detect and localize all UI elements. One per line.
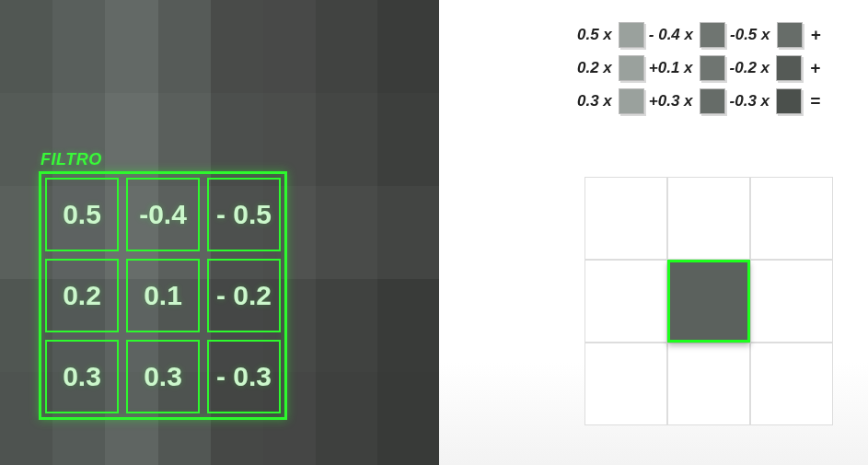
- kernel-cell: - 0.3: [207, 340, 281, 413]
- output-feature-grid: [584, 177, 833, 425]
- output-cell: [667, 343, 750, 425]
- coefficient: 0.5 x: [575, 26, 616, 44]
- coefficient: -0.3 x: [728, 92, 773, 110]
- row-terminator: +: [805, 25, 821, 45]
- kernel-cell: 0.3: [45, 340, 119, 413]
- source-image-panel: FILTRO 0.5 -0.4 - 0.5 0.2 0.1 - 0.2 0.3 …: [0, 0, 439, 465]
- kernel-cell: 0.3: [126, 340, 200, 413]
- equation-row: 0.5 x - 0.4 x -0.5 x +: [575, 22, 821, 48]
- coefficient: +0.1 x: [647, 59, 697, 77]
- filter-kernel-grid: 0.5 -0.4 - 0.5 0.2 0.1 - 0.2 0.3 0.3 - 0…: [39, 171, 287, 420]
- pixel-swatch: [619, 55, 644, 81]
- output-cell: [750, 177, 833, 260]
- pixel-swatch: [700, 88, 725, 114]
- coefficient: -0.5 x: [728, 26, 773, 44]
- pixel-swatch: [619, 22, 644, 48]
- pixel-swatch: [700, 22, 725, 48]
- kernel-cell: - 0.5: [207, 178, 281, 251]
- kernel-cell: 0.5: [45, 178, 119, 251]
- pixel-swatch: [777, 22, 803, 48]
- pixel-swatch: [619, 88, 644, 114]
- coefficient: -0.2 x: [728, 59, 773, 77]
- output-cell: [584, 343, 667, 425]
- output-cell: [667, 177, 750, 260]
- equation-row: 0.3 x +0.3 x -0.3 x =: [575, 88, 821, 114]
- equation-row: 0.2 x +0.1 x -0.2 x +: [575, 55, 821, 81]
- pixel-swatch: [700, 55, 725, 81]
- output-cell: [584, 260, 667, 343]
- kernel-cell: 0.1: [126, 259, 200, 332]
- coefficient: 0.2 x: [575, 59, 616, 77]
- output-cell: [750, 260, 833, 343]
- filter-label: FILTRO: [41, 150, 102, 169]
- coefficient: - 0.4 x: [647, 26, 697, 44]
- pixel-row: [0, 0, 439, 93]
- coefficient: 0.3 x: [575, 92, 616, 110]
- coefficient: +0.3 x: [647, 92, 697, 110]
- kernel-cell: - 0.2: [207, 259, 281, 332]
- kernel-cell: 0.2: [45, 259, 119, 332]
- kernel-cell: -0.4: [126, 178, 200, 251]
- computation-panel: 0.5 x - 0.4 x -0.5 x + 0.2 x +0.1 x -0.2…: [439, 0, 868, 465]
- convolution-equation: 0.5 x - 0.4 x -0.5 x + 0.2 x +0.1 x -0.2…: [575, 22, 821, 114]
- output-cell: [750, 343, 833, 425]
- row-terminator: =: [804, 91, 820, 111]
- output-cell: [584, 177, 667, 260]
- pixel-swatch: [776, 88, 802, 114]
- output-cell-active: [667, 260, 750, 343]
- row-terminator: +: [804, 58, 820, 78]
- pixel-swatch: [776, 55, 802, 81]
